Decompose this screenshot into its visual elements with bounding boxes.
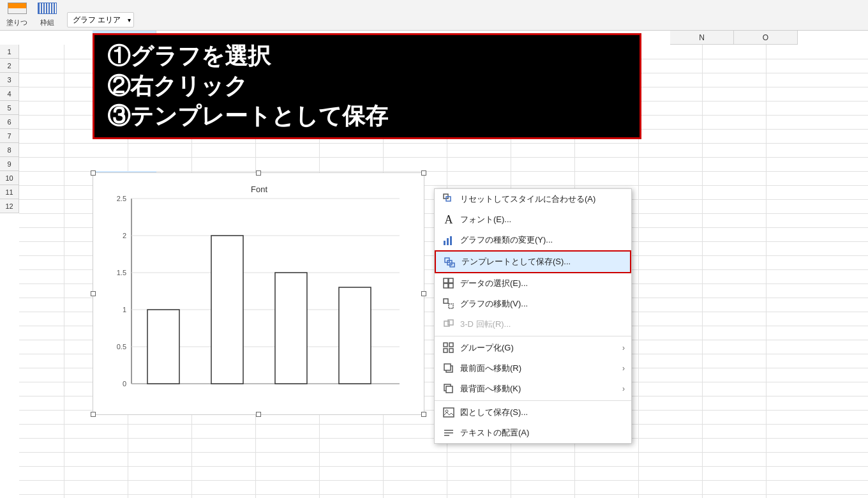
group-arrow: › [622, 343, 625, 352]
font-icon: A [442, 213, 455, 226]
menu-item-font[interactable]: A フォント(E)... [435, 209, 631, 230]
annotation-line1: ①グラフを選択 [107, 42, 627, 72]
more-icon [442, 426, 455, 439]
svg-rect-17 [447, 238, 449, 245]
menu-item-bring-forward[interactable]: 最前面へ移動(R) › [435, 358, 631, 379]
row-header-11: 11 [0, 185, 19, 199]
menu-item-send-backward[interactable]: 最背面へ移動(K) › [435, 379, 631, 399]
group-icon [442, 342, 455, 354]
svg-rect-31 [444, 343, 447, 347]
send-backward-icon [442, 382, 455, 395]
bar-4 [339, 287, 371, 384]
menu-label-save-as-picture: 図として保存(S)... [460, 407, 624, 418]
row-header-2: 2 [0, 59, 19, 73]
bar-1 [147, 310, 179, 384]
menu-label-chart-type: グラフの種類の変更(Y)... [460, 234, 624, 246]
row-header-12: 12 [0, 199, 19, 213]
menu-label-group: グループ化(G) [460, 342, 624, 354]
menu-item-save-template[interactable]: テンプレートとして保存(S)... [435, 250, 631, 273]
menu-item-chart-type[interactable]: グラフの種類の変更(Y)... [435, 230, 631, 250]
svg-rect-30 [448, 320, 453, 325]
bar-3 [275, 273, 307, 384]
move-chart-icon [442, 298, 455, 310]
send-backward-arrow: › [622, 384, 625, 393]
menu-label-reset: リセットしてスタイルに合わせる(A) [460, 193, 624, 205]
svg-rect-26 [444, 299, 448, 303]
col-header-o: O [734, 31, 798, 45]
row-header-10: 10 [0, 171, 19, 185]
menu-label-bring-forward: 最前面へ移動(R) [460, 363, 624, 374]
menu-divider-2 [435, 400, 631, 401]
fill-label: 塗りつ [6, 18, 27, 27]
row-header-4: 4 [0, 87, 19, 101]
bar-2 [211, 236, 243, 384]
menu-item-reset[interactable]: リセットしてスタイルに合わせる(A) [435, 189, 631, 209]
menu-label-select-data: データの選択(E)... [460, 278, 624, 289]
fill-icon [8, 3, 27, 17]
svg-rect-36 [444, 364, 451, 370]
menu-divider-1 [435, 336, 631, 336]
select-data-icon [442, 277, 455, 290]
ribbon: 塗りつ 枠組 グラフ エリア [0, 0, 868, 31]
row-header-9: 9 [0, 157, 19, 171]
menu-item-move-chart[interactable]: グラフの移動(V)... [435, 294, 631, 314]
svg-text:0.5: 0.5 [117, 343, 126, 351]
svg-rect-24 [444, 283, 448, 288]
annotation-line3: ③テンプレートとして保存 [107, 102, 627, 132]
annotation-box: ①グラフを選択 ②右クリック ③テンプレートとして保存 [93, 33, 641, 139]
svg-rect-18 [450, 236, 452, 245]
menu-item-group[interactable]: グループ化(G) › [435, 338, 631, 358]
save-template-icon [444, 255, 456, 268]
menu-item-3d-rotate: 3-D 回転(R)... [435, 314, 631, 335]
3d-rotate-icon [442, 318, 455, 331]
chart-type-icon [442, 234, 455, 246]
reset-icon [442, 193, 455, 206]
menu-label-3d-rotate: 3-D 回転(R)... [460, 319, 624, 330]
bring-forward-arrow: › [622, 364, 625, 373]
svg-text:0: 0 [123, 380, 126, 388]
menu-label-font: フォント(E)... [460, 214, 624, 225]
svg-rect-23 [449, 278, 453, 283]
annotation-line2: ②右クリック [107, 72, 627, 102]
row-header-7: 7 [0, 129, 19, 143]
border-label: 枠組 [40, 18, 54, 27]
svg-rect-27 [449, 304, 453, 308]
svg-rect-22 [444, 278, 448, 283]
svg-rect-25 [449, 283, 453, 288]
svg-text:1.5: 1.5 [117, 269, 126, 276]
svg-rect-29 [444, 321, 449, 326]
svg-rect-38 [446, 386, 453, 393]
chart-area-dropdown[interactable]: グラフ エリア [67, 12, 134, 27]
svg-text:2.5: 2.5 [117, 195, 126, 202]
col-header-n: N [670, 31, 734, 45]
menu-item-more[interactable]: テキストの配置(A) [435, 423, 631, 443]
border-icon [38, 3, 57, 17]
row-header-1: 1 [0, 45, 19, 59]
chart-title: Font [251, 185, 267, 194]
svg-rect-16 [444, 241, 445, 245]
menu-label-save-template: テンプレートとして保存(S)... [461, 256, 622, 268]
border-button[interactable]: 枠組 [38, 3, 57, 27]
context-menu: リセットしてスタイルに合わせる(A) A フォント(E)... グラフの種類の変… [434, 188, 632, 444]
svg-rect-34 [449, 349, 453, 352]
menu-item-save-as-picture[interactable]: 図として保存(S)... [435, 402, 631, 423]
row-header-8: 8 [0, 143, 19, 157]
row-header-6: 6 [0, 115, 19, 129]
svg-text:2: 2 [123, 232, 126, 239]
chart-container[interactable]: Font 0 0.5 1 1.5 2 2.5 [93, 172, 424, 415]
save-as-picture-icon [442, 406, 455, 419]
fill-button[interactable]: 塗りつ [6, 3, 27, 27]
row-header-3: 3 [0, 73, 19, 87]
svg-rect-32 [449, 343, 453, 347]
row-header-5: 5 [0, 101, 19, 115]
svg-text:1: 1 [123, 306, 126, 313]
chart-svg: Font 0 0.5 1 1.5 2 2.5 [93, 173, 425, 416]
menu-item-select-data[interactable]: データの選択(E)... [435, 273, 631, 294]
menu-label-more: テキストの配置(A) [460, 427, 624, 439]
bring-forward-icon [442, 362, 455, 375]
svg-rect-33 [444, 349, 447, 352]
menu-label-move-chart: グラフの移動(V)... [460, 298, 624, 310]
svg-rect-39 [444, 408, 454, 417]
menu-label-send-backward: 最背面へ移動(K) [460, 383, 624, 395]
